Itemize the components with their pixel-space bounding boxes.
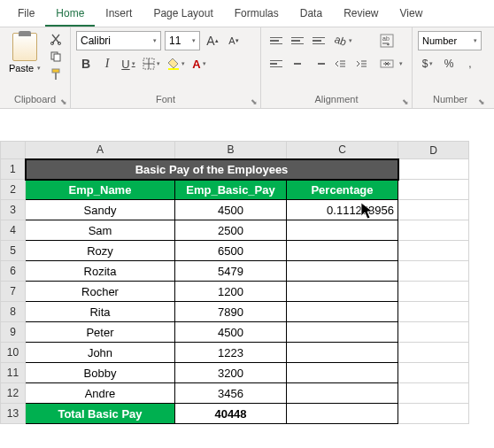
align-bottom-button[interactable] [309, 31, 328, 50]
format-painter-button[interactable] [48, 66, 64, 82]
tab-view[interactable]: View [390, 2, 434, 27]
row-header[interactable]: 3 [1, 200, 26, 220]
row-header[interactable]: 7 [1, 282, 26, 302]
cell-percentage[interactable] [287, 383, 398, 404]
cell[interactable] [398, 159, 469, 180]
comma-button[interactable]: , [460, 54, 480, 73]
cell-name[interactable]: John [26, 343, 175, 363]
tab-file[interactable]: File [7, 2, 45, 27]
dialog-launcher-icon[interactable]: ⬊ [60, 97, 67, 106]
font-color-button[interactable]: A▾ [189, 54, 209, 73]
cell-percentage[interactable] [287, 302, 398, 322]
cell-pay[interactable]: 2500 [175, 220, 287, 241]
cell-pay[interactable]: 1200 [175, 282, 287, 302]
increase-indent-button[interactable] [351, 54, 371, 73]
cut-button[interactable] [48, 31, 64, 47]
tab-page-layout[interactable]: Page Layout [143, 2, 223, 27]
cell[interactable] [398, 343, 469, 363]
tab-data[interactable]: Data [289, 2, 333, 27]
tab-home[interactable]: Home [45, 2, 95, 27]
cell-name[interactable]: Peter [26, 322, 175, 343]
increase-font-button[interactable]: A▴ [204, 31, 221, 50]
cell-pay[interactable]: 3200 [175, 363, 287, 383]
cell-name[interactable]: Rocher [26, 282, 175, 302]
cell-pay[interactable]: 4500 [175, 322, 287, 343]
align-left-button[interactable] [266, 54, 286, 73]
italic-button[interactable]: I [97, 54, 117, 73]
tab-formulas[interactable]: Formulas [224, 2, 289, 27]
cell-percentage[interactable] [287, 220, 398, 241]
dialog-launcher-icon[interactable]: ⬊ [402, 97, 409, 106]
cell[interactable] [398, 302, 469, 322]
cell-percentage[interactable] [287, 363, 398, 383]
percent-button[interactable]: % [439, 54, 459, 73]
row-header[interactable]: 9 [1, 322, 26, 343]
cell[interactable] [398, 404, 469, 424]
cell-percentage[interactable]: 0.111253956 [287, 200, 398, 220]
fill-color-button[interactable]: ▾ [165, 54, 188, 73]
cell-pay[interactable]: 5479 [175, 261, 287, 282]
currency-button[interactable]: $▾ [418, 54, 437, 73]
cell-pay[interactable]: 7890 [175, 302, 287, 322]
cell[interactable] [287, 404, 398, 424]
cell-name[interactable]: Rita [26, 302, 175, 322]
number-format-select[interactable]: Number▾ [418, 31, 482, 50]
row-header[interactable]: 13 [1, 404, 26, 424]
col-header-A[interactable]: A [26, 142, 175, 159]
align-top-button[interactable] [266, 31, 286, 50]
orientation-button[interactable]: ab▾ [330, 31, 357, 50]
cell-name[interactable]: Bobby [26, 363, 175, 383]
font-name-select[interactable]: Calibri▾ [76, 31, 161, 50]
header-name[interactable]: Emp_Name [26, 180, 175, 200]
select-all-corner[interactable] [1, 142, 26, 159]
row-header[interactable]: 11 [1, 363, 26, 383]
bold-button[interactable]: B [76, 54, 96, 73]
wrap-text-button[interactable]: ab [376, 31, 406, 50]
align-center-button[interactable] [288, 54, 307, 73]
row-header[interactable]: 8 [1, 302, 26, 322]
cell-name[interactable]: Sandy [26, 200, 175, 220]
cell-percentage[interactable] [287, 343, 398, 363]
dialog-launcher-icon[interactable]: ⬊ [478, 97, 485, 106]
cell-name[interactable]: Rozita [26, 261, 175, 282]
header-pay[interactable]: Emp_Basic_Pay [175, 180, 287, 200]
tab-insert[interactable]: Insert [95, 2, 143, 27]
dialog-launcher-icon[interactable]: ⬊ [251, 97, 258, 106]
font-size-select[interactable]: 11▾ [165, 31, 200, 50]
decrease-indent-button[interactable] [330, 54, 350, 73]
total-label[interactable]: Total Basic Pay [26, 404, 175, 424]
cell[interactable] [398, 241, 469, 261]
header-percentage[interactable]: Percentage [287, 180, 398, 200]
borders-button[interactable]: ▾ [140, 54, 163, 73]
cell-pay[interactable]: 1223 [175, 343, 287, 363]
cell-percentage[interactable] [287, 322, 398, 343]
cell-name[interactable]: Rozy [26, 241, 175, 261]
row-header[interactable]: 6 [1, 261, 26, 282]
tab-review[interactable]: Review [333, 2, 389, 27]
cell-pay[interactable]: 4500 [175, 200, 287, 220]
cell-percentage[interactable] [287, 282, 398, 302]
row-header[interactable]: 10 [1, 343, 26, 363]
paste-button[interactable]: Paste▾ [5, 31, 44, 75]
merge-center-button[interactable]: ▾ [376, 54, 406, 73]
copy-button[interactable] [48, 49, 64, 65]
row-header[interactable]: 5 [1, 241, 26, 261]
cell-percentage[interactable] [287, 241, 398, 261]
row-header[interactable]: 2 [1, 180, 26, 200]
row-header[interactable]: 1 [1, 159, 26, 180]
align-middle-button[interactable] [288, 31, 307, 50]
cell[interactable] [398, 363, 469, 383]
row-header[interactable]: 4 [1, 220, 26, 241]
underline-button[interactable]: U▾ [119, 54, 138, 73]
col-header-D[interactable]: D [398, 142, 469, 159]
total-value[interactable]: 40448 [175, 404, 287, 424]
cell-percentage[interactable] [287, 261, 398, 282]
cell-name[interactable]: Sam [26, 220, 175, 241]
align-right-button[interactable] [309, 54, 328, 73]
cell[interactable] [398, 180, 469, 200]
col-header-C[interactable]: C [287, 142, 398, 159]
cell-pay[interactable]: 3456 [175, 383, 287, 404]
cell[interactable] [398, 200, 469, 220]
col-header-B[interactable]: B [175, 142, 287, 159]
cell[interactable] [398, 383, 469, 404]
